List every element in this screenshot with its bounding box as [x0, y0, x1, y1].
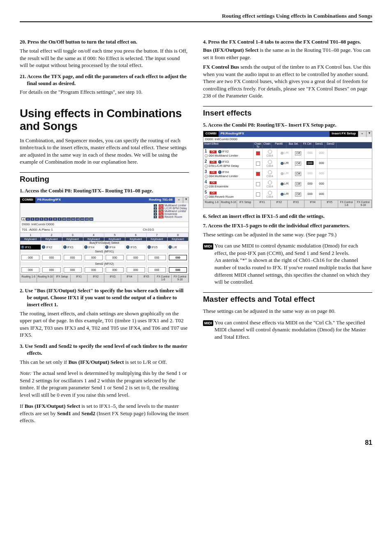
lcd1-mode-label: COMBI — [20, 197, 35, 203]
legend-4: Ensemble — [164, 213, 177, 215]
lcd1-page-label: P8:Routing/IFX — [35, 197, 63, 203]
step-1-heading: 1. Access the Combi P8: Routing/IFX– Rou… — [20, 187, 189, 194]
midi-badge-icon: MIDI — [203, 243, 213, 249]
legend-2: L/C/R BPM Delay — [164, 207, 187, 210]
midi-note-master: MIDI You can control these effects via M… — [203, 319, 372, 341]
lcd1-bus-label: Bus(IFX/Output) Select — [20, 241, 189, 245]
step-21-body: For details on the "Program Effects sett… — [20, 88, 189, 96]
screenshot-routing-page: COMBI P8:Routing/IFX Routing T01-08 ⌄ ▾ … — [20, 197, 189, 282]
lcd1-send2-row[interactable]: 000000000000000000000000 — [20, 266, 189, 274]
lcd1-send1-row[interactable]: 000000000000000000000000 — [20, 253, 189, 262]
page-number: 81 — [20, 438, 372, 447]
subsection-insert-effects: Insert effects — [203, 106, 372, 118]
lcd1-subpage-label: Routing T01-08 — [147, 197, 175, 203]
lcd1-timbre-name: T01 :A000: A.Piano 1 — [22, 228, 53, 231]
lcd2-subpage-label: Insert FX Setup — [330, 131, 358, 137]
lcd2-effect-rows[interactable]: 1On› IFX2›004:Multiband LimiterC064›L/RO… — [203, 148, 372, 200]
lcd1-page-tabs[interactable]: Routing 1-8Routing 9-16IFX SetupIFX1IFX2… — [20, 274, 189, 282]
step-5-heading: 5. Access the Combi P8: Routing/IFX– Ins… — [203, 122, 372, 129]
bus-ifx-note: If Bus (IFX/Output) Select is set to IFX… — [20, 402, 189, 424]
step-3-body-1: This can be set only if Bus (IFX/Output)… — [20, 358, 189, 366]
lcd2-menu-icon[interactable]: ▾ — [366, 131, 372, 137]
subsection-master-total: Master effects and Total effect — [203, 292, 372, 305]
left-column: 20. Press the On/Off button to turn the … — [20, 36, 189, 428]
step-4-body-1: Bus (IFX/Output) Select is the same as i… — [203, 46, 372, 61]
section-intro: In Combination, and Sequencer modes, you… — [20, 137, 189, 166]
step-2-body: The routing, insert effects, and chain s… — [20, 310, 189, 339]
step-3-heading: 3. Use Send1 and Send2 to specify the se… — [20, 343, 189, 357]
lcd2-column-headers: Insert Effect Chain To Chain Pan#8 Bus S… — [203, 142, 372, 148]
lcd1-combi-name: D000: InitCombi D000 — [20, 222, 189, 227]
lcd1-header-numbers: 12345678 — [20, 233, 189, 237]
step-7-body: These settings can be adjusted in the sa… — [203, 231, 372, 238]
step-20-heading: 20. Press the On/Off button to turn the … — [20, 39, 189, 46]
step-4-heading: 4. Press the FX Control 1–8 tabs to acce… — [203, 39, 372, 46]
lcd2-dropdown-icon[interactable]: ⌄ — [358, 131, 366, 137]
note-send-level: Note: The actual send level is determine… — [20, 370, 189, 398]
lcd1-channel: Ch:01G — [143, 228, 154, 231]
legend-3: Multiband Limiter — [164, 210, 186, 213]
right-column: 4. Press the FX Control 1–8 tabs to acce… — [203, 36, 372, 428]
master-total-body: These settings can be adjusted in the sa… — [203, 308, 372, 315]
page-header: Routing effect settings Using effects in… — [20, 12, 372, 22]
lcd1-keyboard-row: KeyboardKeyboardKeyboardKeyboardKeyboard… — [20, 237, 189, 241]
subsection-routing: Routing — [20, 172, 189, 185]
two-column-layout: 20. Press the On/Off button to turn the … — [20, 36, 372, 428]
step-7-heading: 7. Access the IFX1–5 pages to edit the i… — [203, 222, 372, 229]
lcd1-send2-label: Send2 (MFX2) — [20, 262, 189, 266]
legend-5: Reverb Room — [164, 215, 182, 218]
step-6-heading: 6. Select an insert effect in IFX1–5 and… — [203, 213, 372, 220]
lcd1-send1-label: Send1 (MFX1) — [20, 250, 189, 253]
section-heading-using-effects: Using effects in Combinations and Songs — [20, 107, 189, 133]
lcd2-mode-label: COMBI — [203, 131, 219, 137]
lcd1-dropdown-icon[interactable]: ⌄ — [175, 197, 183, 203]
step-2-heading: 2. Use "Bus (IFX/Output) Select" to spec… — [20, 287, 189, 308]
step-4-body-2: FX Control Bus sends the output of the t… — [203, 63, 372, 99]
lcd1-timbre-line: T01 :A000: A.Piano 1 Ch:01G — [20, 227, 189, 233]
midi-note-insert: MIDI You can use MIDI to control dynamic… — [203, 242, 372, 285]
midi-badge-icon: MIDI — [203, 320, 213, 326]
lcd2-page-tabs[interactable]: Routing 1-8Routing 9-16IFX SetupIFX1IFX2… — [203, 200, 372, 208]
lcd1-routing-graph: 1OnMultiband Limiter 2OnL/C/R BPM Delay … — [20, 203, 189, 222]
lcd1-timbre-tabs[interactable]: 12345678910111213141516 — [21, 217, 93, 221]
screenshot-insert-fx-setup: COMBI P8:Routing/IFX Insert FX Setup ⌄ ▾… — [203, 131, 372, 208]
lcd2-page-label: P8:Routing/IFX — [219, 131, 246, 137]
lcd1-menu-icon[interactable]: ▾ — [183, 197, 189, 203]
step-21-heading: 21. Access the TFX page, and edit the pa… — [20, 73, 189, 87]
legend-1: Multiband Limiter — [164, 204, 186, 207]
step-20-body: The total effect will toggle on/off each… — [20, 47, 189, 69]
lcd1-ifx-select-row[interactable]: ›IFX1 ›IFX2 ›IFX3 ›IFX4 ›IFX4 ›IFX5 ›IFX… — [20, 245, 189, 250]
lcd2-combi-name: D000: InitCombi D000 — [203, 137, 372, 142]
